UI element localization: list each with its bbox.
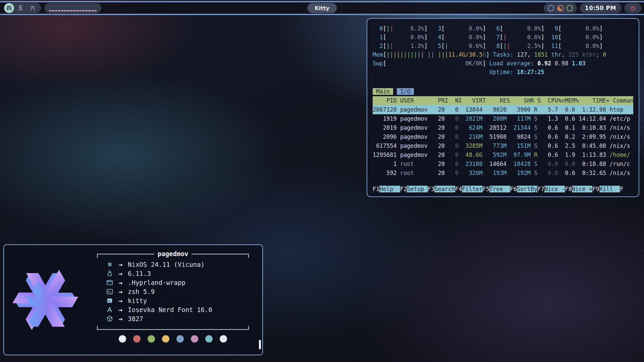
process-row[interactable]: 617554 pagedmov 20 0 3285M 773M 151M S 0… [373, 141, 633, 150]
clock[interactable]: 10:50 PM [580, 3, 622, 13]
process-rows: 1919 pagedmov 20 0 2821M 200M 117M S 1.3… [373, 114, 633, 178]
terminal-outline-icon [106, 288, 114, 296]
color-dot [119, 335, 126, 343]
progress-dash [55, 10, 57, 11]
fkey-f7[interactable]: F7 [537, 186, 544, 192]
bar-right-group: 10:50 PM [544, 3, 641, 13]
process-row-selected[interactable]: 2067128 pagedmov 20 0 13844 9020 3900 R … [373, 105, 633, 114]
fastfetch-terminal-window: pagedmov ❄→NixOS 24.11 (Vicuna)→6.11.3→.… [3, 244, 263, 355]
tab-main[interactable]: Main [373, 88, 393, 95]
fetch-value: zsh 5.9 [128, 288, 155, 295]
color-dot [176, 335, 184, 343]
memory-ring-icon[interactable] [567, 5, 573, 11]
progress-dash [85, 10, 88, 11]
htop-meter-line-4: Mem[||||||||||| || |||11.4G/30.5G] Tasks… [373, 50, 633, 59]
fkey-label[interactable]: Search [434, 186, 455, 192]
htop-meter-line-2: 1[ 0.0%] 4[ 0.0%] 7[| 0.6%] 10[ 0.0%] [373, 33, 633, 42]
fkey-f5[interactable]: F5 [483, 186, 489, 192]
progress-dash [79, 10, 82, 11]
htop-meter-line-1: 0[|| 6.3%] 3[ 0.0%] 6[ 0.0%] 9[ 0.0%] [373, 24, 633, 33]
fetch-row: →6.11.3 [106, 269, 249, 278]
fkey-f9[interactable]: F9 [592, 186, 599, 192]
window-icon [106, 279, 114, 287]
bar-left-group: 四五六 [4, 3, 101, 13]
fetch-value: NixOS 24.11 (Vicuna) [128, 261, 205, 268]
fetch-row: ❄→NixOS 24.11 (Vicuna) [106, 260, 249, 269]
media-progress-pill[interactable] [44, 3, 101, 13]
arrow-icon: → [118, 279, 122, 287]
htop-meters-block: 0[|| 6.3%] 3[ 0.0%] 6[ 0.0%] 9[ 0.0%] 1[… [373, 24, 633, 76]
fetch-rows: ❄→NixOS 24.11 (Vicuna)→6.11.3→.Hyprland-… [97, 258, 249, 326]
process-row[interactable]: 1 root 20 0 23180 14664 10428 S 0.0 0.0 … [373, 160, 633, 169]
nixos-logo [9, 264, 82, 337]
power-button[interactable] [624, 3, 641, 13]
fkey-label[interactable]: Nice - [544, 186, 565, 192]
fkey-label[interactable]: Kill [599, 186, 620, 192]
process-row[interactable]: 1919 pagedmov 20 0 2821M 200M 117M S 1.3… [373, 114, 633, 123]
fkey-f[interactable]: F [620, 186, 623, 192]
workspace-1[interactable]: 四 [4, 3, 14, 13]
system-monitor-pill[interactable] [544, 3, 577, 13]
terminal-filled-icon [106, 297, 114, 305]
fkey-label[interactable]: Help [379, 186, 400, 192]
fkey-f1[interactable]: F1 [373, 186, 379, 192]
htop-meter-line-5: Swp[ 0K/0K] Load average: 0.92 0.98 1.03 [373, 59, 633, 68]
progress-dash [91, 10, 94, 11]
fkey-label[interactable]: SortBy [517, 186, 537, 192]
power-icon [630, 5, 636, 11]
fetch-value: 6.11.3 [128, 270, 151, 277]
process-row[interactable]: 2019 pagedmov 20 0 624M 28512 21344 S 0.… [373, 123, 633, 132]
progress-dash [82, 10, 85, 11]
process-row[interactable]: 592 root 20 0 326M 193M 192M S 0.0 0.6 0… [373, 169, 633, 178]
workspace-3[interactable]: 六 [27, 3, 38, 13]
frame-top: pagedmov [97, 254, 249, 258]
fetch-username: pagedmov [158, 250, 189, 257]
fetch-value: Iosevka Nerd Font 16.0 [128, 306, 212, 313]
fkey-f2[interactable]: F2 [400, 186, 407, 192]
arrow-icon: → [118, 315, 122, 323]
penguin-icon [106, 269, 114, 278]
active-window-title: Kitty [307, 3, 337, 13]
tab-io[interactable]: I/O [397, 88, 414, 95]
progress-dash [94, 10, 97, 11]
fkey-f3[interactable]: F3 [428, 186, 434, 192]
progress-dash [64, 10, 66, 11]
ring-fill [558, 6, 562, 10]
scrollbar[interactable] [259, 340, 261, 349]
function-key-bar: F1Help F2Setup F3SearchF4FilterF5Tree F6… [373, 185, 633, 194]
process-row[interactable]: 1295681 pagedmov 20 0 48.6G 592M 97.9M R… [373, 150, 633, 160]
color-dot [191, 335, 198, 343]
fkey-f6[interactable]: F6 [510, 186, 517, 192]
fetch-value: 3827 [128, 315, 143, 322]
fkey-label[interactable]: Nice + [572, 186, 592, 192]
fetch-row: →3827 [106, 314, 249, 323]
fkey-label[interactable]: Tree [489, 186, 510, 192]
fetch-row: →Iosevka Nerd Font 16.0 [106, 305, 249, 314]
package-icon [106, 315, 114, 323]
fetch-value: kitty [128, 297, 147, 304]
fkey-f8[interactable]: F8 [565, 186, 572, 192]
fkey-label[interactable]: Filter [462, 186, 482, 192]
progress-dash [70, 10, 72, 11]
fetch-row: →kitty [106, 296, 249, 305]
workspace-2[interactable]: 五 [15, 3, 26, 13]
htop-terminal-window: 0[|| 6.3%] 3[ 0.0%] 6[ 0.0%] 9[ 0.0%] 1[… [367, 18, 639, 197]
progress-dash [88, 10, 91, 11]
fetch-value: .Hyprland-wrapp [128, 279, 185, 286]
process-row[interactable]: 2096 pagedmov 20 0 216M 51908 9824 S 0.6… [373, 132, 633, 141]
fkey-label[interactable]: Setup [407, 186, 427, 192]
progress-dash [58, 10, 60, 11]
cpu-ring-icon[interactable] [548, 5, 554, 11]
color-dot [205, 335, 213, 343]
process-table-header[interactable]: PID USER PRI NI VIRT RES SHR S CPU%▽MEM%… [373, 96, 633, 105]
media-progress-dashes [49, 10, 97, 11]
fetch-row: →.Hyprland-wrapp [106, 278, 249, 287]
disk-ring-icon[interactable] [557, 5, 564, 11]
font-icon [106, 306, 114, 314]
htop-meter-line-6: Uptime: 18:27:25 [373, 68, 633, 76]
terminal-color-dots [97, 335, 249, 343]
color-dot [162, 335, 169, 343]
fetch-info-panel: pagedmov ❄→NixOS 24.11 (Vicuna)→6.11.3→.… [97, 254, 249, 343]
color-dot [220, 335, 227, 343]
fkey-f4[interactable]: F4 [455, 186, 462, 192]
